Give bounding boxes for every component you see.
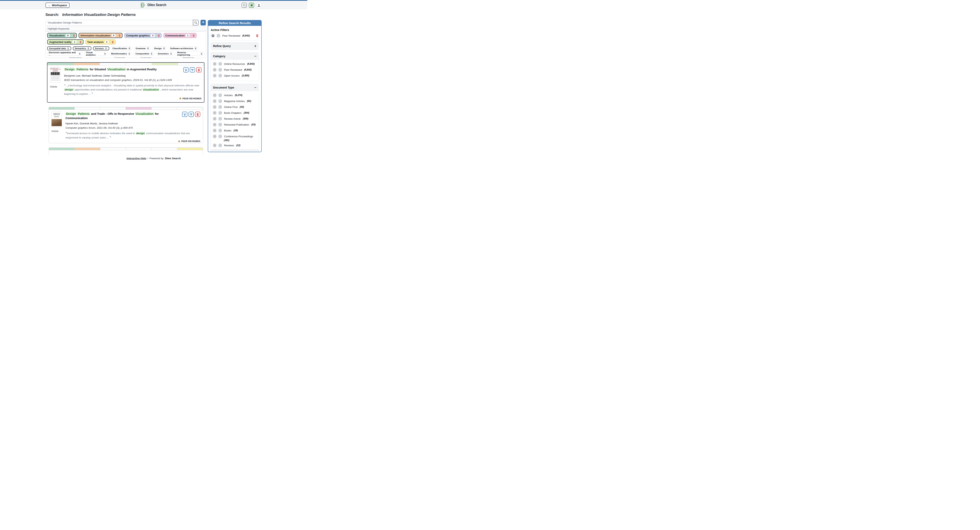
delete-keyword-icon[interactable] (78, 40, 83, 44)
task-list-button[interactable] (242, 3, 247, 8)
facet-row: Magazine Articles (52) (212, 99, 257, 103)
split-filter-button[interactable] (189, 112, 194, 117)
split-arrows-icon (189, 113, 193, 116)
delete-keyword-icon[interactable] (191, 33, 196, 38)
interactive-help-link[interactable]: Interactive Help (126, 157, 146, 160)
keyword-tag-small[interactable]: Visual analytics1 (84, 52, 108, 56)
keyword-tag-small[interactable]: Bioinformatics1 (110, 52, 132, 56)
include-facet-button[interactable] (212, 117, 217, 121)
keyword-tag[interactable]: Information visualization 5 (79, 33, 123, 38)
split-filter-button[interactable] (190, 67, 195, 73)
include-facet-button[interactable] (212, 68, 217, 72)
refine-search-panel: Refine Search Results Active Filters Pee… (208, 20, 262, 152)
expand-icon[interactable]: + (254, 45, 256, 47)
keyword-tag-small[interactable]: Computer software1 (139, 57, 162, 58)
include-facet-button[interactable] (212, 93, 217, 97)
workspace-back-button[interactable]: ← Workspace (46, 3, 70, 8)
search-input[interactable] (46, 20, 193, 25)
keyword-tag-small[interactable]: Software architecture2 (169, 46, 199, 50)
keyword-tag[interactable]: Visualization 8 (47, 33, 77, 38)
facet-count: (52) (247, 100, 251, 102)
include-facet-button[interactable] (212, 111, 217, 115)
exclude-facet-button[interactable] (218, 111, 222, 115)
brand-chevron-icon (140, 3, 145, 8)
exclude-facet-button[interactable] (218, 93, 222, 97)
quote-open-icon: ❝ (65, 132, 67, 135)
person-icon (257, 3, 261, 7)
keyword-tag-small[interactable]: Databases, Factual1 (181, 57, 204, 58)
merge-filter-button[interactable] (183, 67, 189, 73)
keyword-tag-small[interactable]: Algorithms1 (47, 57, 66, 58)
keyword-tag-small[interactable]: Application software1 (68, 57, 92, 58)
keyword-tag-small[interactable]: Geospatial data1 (47, 46, 71, 50)
user-avatar[interactable] (256, 3, 262, 8)
filter-label: Peer Reviewed (222, 34, 240, 37)
facet-count: (6,274) (235, 94, 242, 97)
search-button[interactable] (193, 20, 199, 25)
collapse-icon[interactable]: − (254, 55, 256, 57)
include-facet-button[interactable] (212, 99, 217, 103)
keyword-tag-small[interactable]: Grammar2 (134, 46, 151, 50)
refine-query-header[interactable]: Refine Query + (211, 43, 259, 49)
exclude-facet-button[interactable] (218, 134, 222, 138)
quote-open-icon: ❝ (64, 84, 66, 87)
include-facet-button[interactable] (212, 62, 217, 66)
keyword-tag-small[interactable]: Buildings1 (94, 57, 111, 58)
facet-label: Book Chapters (224, 111, 242, 114)
exclude-facet-button[interactable] (218, 62, 222, 66)
include-filter-button[interactable] (211, 33, 215, 38)
document-type-header[interactable]: Document Type − (211, 84, 259, 91)
exclude-facet-button[interactable] (218, 117, 222, 121)
keyword-tag-small[interactable]: Reverse engineering1 (176, 52, 204, 56)
result-authors: Hyeok Kim, Dominik Moritz, Jessica Hullm… (65, 122, 200, 125)
exclude-facet-button[interactable] (218, 99, 222, 103)
keyword-tag[interactable]: Augmented reality 1 (47, 40, 83, 44)
facet-label: Online Resources (224, 62, 245, 65)
exclude-facet-button[interactable] (218, 68, 222, 72)
include-facet-button[interactable] (212, 134, 217, 138)
keyword-tag-small[interactable]: Electronic apparatus and ..1 (47, 52, 83, 56)
keyword-tag-small[interactable]: Design2 (153, 46, 167, 50)
remove-filter-icon[interactable] (256, 34, 259, 37)
category-header[interactable]: Category − (211, 53, 259, 60)
funnel-icon (202, 21, 205, 24)
exclude-facet-button[interactable] (218, 73, 222, 78)
facet-count: (6,842) (247, 62, 255, 65)
include-facet-button[interactable] (212, 105, 217, 109)
delete-keyword-icon[interactable] (72, 33, 76, 38)
exclude-facet-button[interactable] (218, 105, 222, 109)
keyword-tag[interactable]: Computer graphics 3 (124, 33, 162, 38)
delete-keyword-icon[interactable] (117, 33, 122, 38)
keyword-tag-small[interactable]: Semantics1 (73, 46, 91, 50)
include-facet-button[interactable] (212, 73, 217, 78)
keyword-count-badge: 8 (66, 34, 70, 37)
facet-row: Open Access (2,855) (212, 73, 257, 78)
keyword-tag-small[interactable]: Surveys1 (93, 46, 109, 50)
keyword-tag[interactable]: Task analysis 2 (85, 40, 116, 44)
filter-button[interactable] (200, 20, 206, 25)
result-title-link[interactable]: Design Patterns for Situated Visualizati… (64, 67, 157, 71)
exclude-facet-button[interactable] (218, 122, 222, 127)
exclude-filter-button[interactable] (216, 33, 221, 38)
remove-result-button[interactable] (196, 67, 202, 73)
exclude-facet-button[interactable] (218, 143, 222, 148)
keyword-tag-small[interactable]: Classification2 (111, 46, 132, 50)
exclude-facet-button[interactable] (218, 128, 222, 133)
library-button[interactable] (249, 3, 254, 8)
keyword-tag-small[interactable]: Context1 (164, 57, 179, 58)
include-facet-button[interactable] (212, 122, 217, 127)
include-facet-button[interactable] (212, 143, 217, 148)
keyword-tag[interactable]: Communication 1 (164, 33, 197, 38)
delete-keyword-icon[interactable] (156, 33, 161, 38)
collapse-icon[interactable]: − (254, 86, 256, 89)
include-facet-button[interactable] (212, 128, 217, 133)
quote-close-icon: ❞ (92, 92, 93, 95)
remove-result-button[interactable] (195, 112, 200, 117)
keyword-tag-small[interactable]: Computer programs1 (113, 57, 137, 58)
keyword-tag-small[interactable]: Composition1 (134, 52, 154, 56)
merge-filter-button[interactable] (182, 112, 188, 117)
result-title-link[interactable]: Design Patterns and Trade - Offs in Resp… (65, 112, 175, 120)
delete-keyword-icon[interactable] (110, 40, 115, 44)
search-icon (194, 21, 197, 24)
keyword-tag-small[interactable]: Genomics1 (156, 52, 174, 56)
